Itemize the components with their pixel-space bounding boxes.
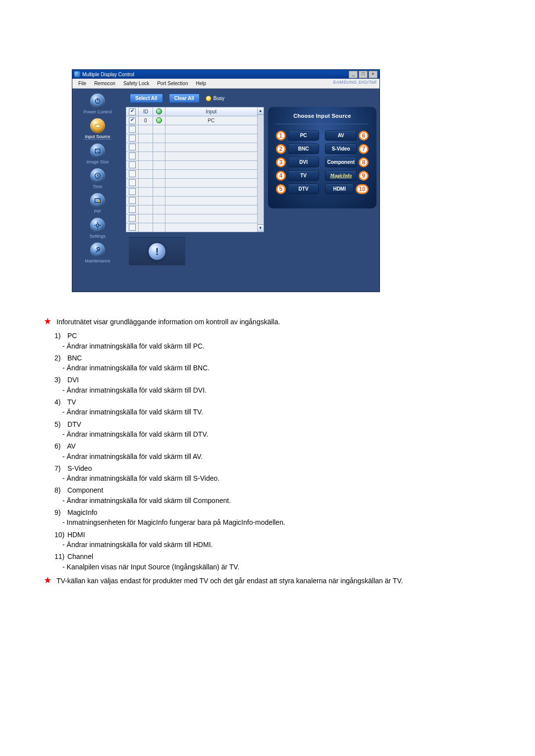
doc-item-desc: - Ändrar inmatningskälla för vald skärm …: [62, 496, 499, 505]
table-row[interactable]: [126, 152, 258, 161]
row-input: [165, 143, 257, 152]
sidebar-item-image-size[interactable]: Image Size: [75, 144, 120, 165]
row-status: [153, 125, 165, 134]
doc-item-title: S-Video: [67, 464, 92, 472]
row-input: PC: [165, 116, 257, 125]
row-checkbox[interactable]: [129, 117, 136, 124]
doc-item-title: AV: [67, 442, 76, 450]
table-row[interactable]: [126, 197, 258, 205]
row-checkbox[interactable]: [129, 206, 136, 213]
doc-item: 6) AV- Ändrar inmatningskälla för vald s…: [54, 441, 499, 461]
doc-item: 11) Channel- Kanalpilen visas när Input …: [54, 552, 499, 572]
doc-item-desc: - Ändrar inmatningskälla för vald skärm …: [62, 452, 499, 461]
sidebar-item-time[interactable]: Time: [75, 168, 120, 190]
table-scrollbar[interactable]: ▲ ▼: [258, 107, 264, 232]
source-button-bnc[interactable]: 2BNC: [276, 144, 320, 154]
source-button-dtv[interactable]: 5DTV: [276, 184, 320, 194]
menu-safety-lock[interactable]: Safety Lock: [120, 80, 152, 87]
table-row[interactable]: [126, 161, 258, 170]
menu-file[interactable]: File: [75, 80, 89, 87]
doc-item-desc: - Kanalpilen visas när Input Source (Ing…: [62, 562, 499, 572]
row-checkbox[interactable]: [129, 224, 136, 231]
table-row[interactable]: [126, 143, 258, 152]
source-button-magicinfo[interactable]: MagicInfo9: [325, 170, 369, 181]
doc-item-desc: - Ändrar inmatningskälla för vald skärm …: [62, 341, 499, 351]
close-button[interactable]: ×: [369, 71, 377, 78]
row-checkbox[interactable]: [129, 188, 136, 195]
menu-port-selection[interactable]: Port Selection: [154, 80, 191, 87]
sidebar-item-input-source[interactable]: Input Source: [75, 118, 120, 141]
source-button-av[interactable]: AV6: [325, 130, 369, 141]
source-label: DVI: [288, 157, 320, 167]
row-checkbox[interactable]: [129, 152, 136, 159]
table-row[interactable]: [126, 125, 258, 134]
clear-all-button[interactable]: Clear All: [169, 94, 200, 103]
table-row[interactable]: [126, 134, 258, 143]
divider: [276, 124, 369, 124]
doc-item-desc: - Ändrar inmatningskälla för vald skärm …: [62, 385, 499, 395]
select-all-button[interactable]: Select All: [130, 94, 163, 103]
scroll-down-button[interactable]: ▼: [258, 224, 264, 232]
menu-help[interactable]: Help: [193, 80, 209, 87]
row-checkbox[interactable]: [129, 215, 136, 222]
row-input: [165, 214, 257, 223]
row-id: 0: [138, 116, 153, 125]
row-checkbox[interactable]: [129, 197, 136, 204]
maintenance-icon: [90, 243, 105, 257]
table-row[interactable]: [126, 214, 258, 223]
source-number-badge: 3: [276, 157, 286, 167]
row-checkbox[interactable]: [129, 179, 136, 186]
table-row[interactable]: [126, 205, 258, 214]
th-input[interactable]: Input: [165, 107, 257, 116]
source-button-hdmi[interactable]: HDMI10: [325, 184, 369, 194]
th-status[interactable]: [153, 107, 165, 116]
sidebar-item-settings[interactable]: Settings: [75, 218, 120, 240]
doc-item: 1) PC- Ändrar inmatningskälla för vald s…: [54, 331, 499, 351]
doc-item-head: 5) DTV: [54, 419, 499, 429]
table-row[interactable]: [126, 223, 258, 232]
th-id[interactable]: ID: [138, 107, 153, 116]
header-checkbox-icon[interactable]: [129, 108, 136, 115]
minimize-button[interactable]: _: [349, 71, 358, 78]
source-button-pc[interactable]: 1PC: [276, 130, 320, 141]
row-id: [138, 205, 153, 214]
row-id: [138, 223, 153, 232]
alert-icon[interactable]: !: [149, 243, 165, 260]
row-id: [138, 170, 153, 179]
row-checkbox[interactable]: [129, 126, 136, 133]
row-status: [153, 116, 165, 125]
th-checkbox[interactable]: [126, 107, 139, 116]
row-checkbox[interactable]: [129, 144, 136, 151]
svg-rect-4: [98, 125, 100, 125]
row-status: [153, 205, 165, 214]
source-button-tv[interactable]: 4TV: [276, 170, 320, 181]
row-checkbox[interactable]: [129, 161, 136, 168]
table-row[interactable]: [126, 179, 258, 188]
source-button-dvi[interactable]: 3DVI: [276, 157, 320, 167]
busy-indicator: Busy: [206, 96, 224, 101]
row-id: [138, 125, 153, 134]
source-label: MagicInfo: [325, 170, 357, 181]
source-number-badge: 4: [276, 171, 286, 181]
row-checkbox[interactable]: [129, 170, 136, 177]
row-checkbox[interactable]: [129, 135, 136, 142]
sidebar-item-label: Image Size: [85, 159, 109, 164]
menu-remocon[interactable]: Remocon: [91, 80, 118, 87]
svg-rect-8: [98, 200, 100, 202]
table-row[interactable]: 0PC: [126, 116, 258, 125]
table-row[interactable]: [126, 170, 258, 179]
doc-item-number: 7): [54, 463, 65, 473]
sidebar-item-pip[interactable]: PIP: [75, 193, 120, 215]
sidebar-item-maintenance[interactable]: Maintenance: [75, 243, 120, 264]
maximize-button[interactable]: □: [359, 71, 368, 78]
image-size-icon: [90, 144, 105, 158]
table-row[interactable]: [126, 188, 258, 197]
doc-item: 2) BNC- Ändrar inmatningskälla för vald …: [54, 353, 499, 373]
doc-item-title: Channel: [67, 553, 93, 560]
display-table: ID Input 0PC: [126, 107, 258, 232]
source-button-s-video[interactable]: S-Video7: [325, 144, 369, 154]
sidebar-item-power-control[interactable]: Power Control: [75, 94, 120, 115]
source-button-component[interactable]: Component8: [325, 157, 369, 167]
scroll-up-button[interactable]: ▲: [258, 107, 264, 115]
input-source-title: Choose Input Source: [273, 113, 372, 119]
